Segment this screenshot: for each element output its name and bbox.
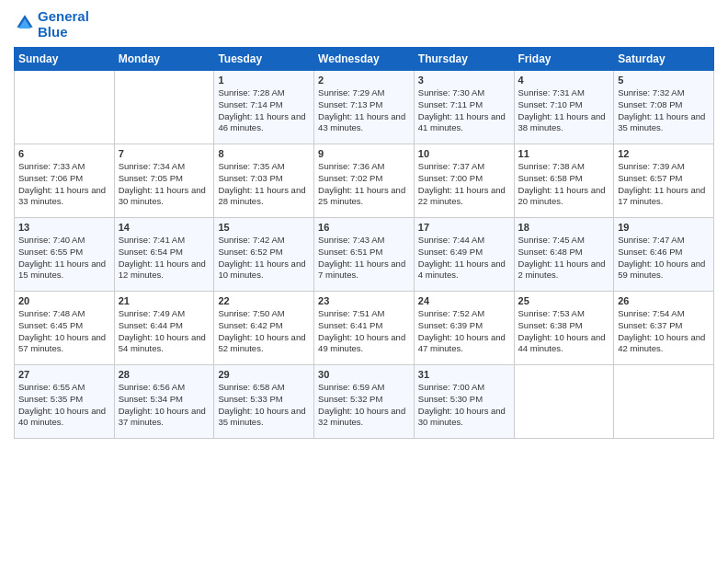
day-info: Sunrise: 7:40 AM Sunset: 6:55 PM Dayligh… (18, 235, 110, 282)
day-number: 19 (618, 222, 710, 233)
day-header-thursday: Thursday (414, 48, 514, 71)
day-number: 11 (518, 148, 610, 159)
calendar-cell: 14Sunrise: 7:41 AM Sunset: 6:54 PM Dayli… (114, 218, 214, 292)
week-row-4: 20Sunrise: 7:48 AM Sunset: 6:45 PM Dayli… (15, 292, 714, 365)
day-number: 26 (618, 295, 710, 306)
day-number: 25 (518, 295, 610, 306)
day-info: Sunrise: 7:32 AM Sunset: 7:08 PM Dayligh… (618, 87, 710, 134)
day-info: Sunrise: 7:53 AM Sunset: 6:38 PM Dayligh… (518, 308, 610, 355)
day-number: 8 (218, 148, 310, 159)
calendar-cell: 15Sunrise: 7:42 AM Sunset: 6:52 PM Dayli… (214, 218, 314, 292)
day-number: 14 (119, 222, 210, 233)
day-info: Sunrise: 7:34 AM Sunset: 7:05 PM Dayligh… (119, 161, 210, 208)
day-header-monday: Monday (114, 48, 214, 71)
calendar-cell: 24Sunrise: 7:52 AM Sunset: 6:39 PM Dayli… (414, 292, 514, 365)
calendar-cell: 27Sunrise: 6:55 AM Sunset: 5:35 PM Dayli… (15, 365, 115, 439)
day-number: 30 (318, 369, 410, 380)
calendar-cell: 20Sunrise: 7:48 AM Sunset: 6:45 PM Dayli… (15, 292, 115, 365)
day-number: 10 (418, 148, 510, 159)
day-number: 5 (618, 75, 710, 86)
calendar-cell: 30Sunrise: 6:59 AM Sunset: 5:32 PM Dayli… (314, 365, 415, 439)
calendar-cell: 17Sunrise: 7:44 AM Sunset: 6:49 PM Dayli… (414, 218, 514, 292)
day-info: Sunrise: 6:59 AM Sunset: 5:32 PM Dayligh… (318, 382, 410, 429)
day-info: Sunrise: 7:30 AM Sunset: 7:11 PM Dayligh… (418, 87, 510, 134)
calendar-cell: 9Sunrise: 7:36 AM Sunset: 7:02 PM Daylig… (314, 144, 415, 218)
calendar-cell (114, 71, 214, 144)
day-number: 17 (418, 222, 510, 233)
calendar-cell (614, 365, 714, 439)
day-info: Sunrise: 7:52 AM Sunset: 6:39 PM Dayligh… (418, 308, 510, 355)
logo-text: General (38, 9, 89, 25)
day-number: 22 (218, 295, 310, 306)
day-number: 18 (518, 222, 610, 233)
day-number: 12 (618, 148, 710, 159)
day-info: Sunrise: 7:49 AM Sunset: 6:44 PM Dayligh… (119, 308, 210, 355)
calendar-cell: 22Sunrise: 7:50 AM Sunset: 6:42 PM Dayli… (214, 292, 314, 365)
day-info: Sunrise: 7:38 AM Sunset: 6:58 PM Dayligh… (518, 161, 610, 208)
day-info: Sunrise: 7:45 AM Sunset: 6:48 PM Dayligh… (518, 235, 610, 282)
day-number: 23 (318, 295, 410, 306)
day-number: 29 (218, 369, 310, 380)
calendar-cell: 13Sunrise: 7:40 AM Sunset: 6:55 PM Dayli… (15, 218, 115, 292)
day-info: Sunrise: 7:33 AM Sunset: 7:06 PM Dayligh… (18, 161, 110, 208)
day-number: 1 (218, 75, 310, 86)
day-info: Sunrise: 7:51 AM Sunset: 6:41 PM Dayligh… (318, 308, 410, 355)
day-number: 2 (318, 75, 410, 86)
day-info: Sunrise: 7:37 AM Sunset: 7:00 PM Dayligh… (418, 161, 510, 208)
calendar-cell: 21Sunrise: 7:49 AM Sunset: 6:44 PM Dayli… (114, 292, 214, 365)
calendar-cell: 26Sunrise: 7:54 AM Sunset: 6:37 PM Dayli… (614, 292, 714, 365)
day-number: 27 (18, 369, 110, 380)
day-info: Sunrise: 7:28 AM Sunset: 7:14 PM Dayligh… (218, 87, 310, 134)
logo-icon (16, 14, 34, 32)
calendar-cell: 4Sunrise: 7:31 AM Sunset: 7:10 PM Daylig… (514, 71, 614, 144)
day-number: 6 (18, 148, 110, 159)
day-header-tuesday: Tuesday (214, 48, 314, 71)
calendar-cell (514, 365, 614, 439)
page-header: General Blue (14, 9, 714, 40)
week-row-1: 1Sunrise: 7:28 AM Sunset: 7:14 PM Daylig… (15, 71, 714, 144)
day-info: Sunrise: 6:55 AM Sunset: 5:35 PM Dayligh… (18, 382, 110, 429)
calendar-cell: 5Sunrise: 7:32 AM Sunset: 7:08 PM Daylig… (614, 71, 714, 144)
day-number: 3 (418, 75, 510, 86)
day-info: Sunrise: 7:44 AM Sunset: 6:49 PM Dayligh… (418, 235, 510, 282)
day-info: Sunrise: 7:43 AM Sunset: 6:51 PM Dayligh… (318, 235, 410, 282)
logo: General Blue (14, 9, 89, 40)
page-container: General Blue SundayMondayTuesdayWednesda… (0, 0, 728, 453)
calendar-cell: 29Sunrise: 6:58 AM Sunset: 5:33 PM Dayli… (214, 365, 314, 439)
calendar-cell: 16Sunrise: 7:43 AM Sunset: 6:51 PM Dayli… (314, 218, 415, 292)
day-header-wednesday: Wednesday (314, 48, 415, 71)
day-info: Sunrise: 7:31 AM Sunset: 7:10 PM Dayligh… (518, 87, 610, 134)
day-header-saturday: Saturday (614, 48, 714, 71)
calendar-cell: 31Sunrise: 7:00 AM Sunset: 5:30 PM Dayli… (414, 365, 514, 439)
day-info: Sunrise: 7:35 AM Sunset: 7:03 PM Dayligh… (218, 161, 310, 208)
day-info: Sunrise: 7:50 AM Sunset: 6:42 PM Dayligh… (218, 308, 310, 355)
calendar-cell: 25Sunrise: 7:53 AM Sunset: 6:38 PM Dayli… (514, 292, 614, 365)
week-row-3: 13Sunrise: 7:40 AM Sunset: 6:55 PM Dayli… (15, 218, 714, 292)
day-info: Sunrise: 7:41 AM Sunset: 6:54 PM Dayligh… (119, 235, 210, 282)
calendar-cell: 10Sunrise: 7:37 AM Sunset: 7:00 PM Dayli… (414, 144, 514, 218)
day-number: 21 (119, 295, 210, 306)
week-row-5: 27Sunrise: 6:55 AM Sunset: 5:35 PM Dayli… (15, 365, 714, 439)
day-info: Sunrise: 7:42 AM Sunset: 6:52 PM Dayligh… (218, 235, 310, 282)
day-number: 28 (119, 369, 210, 380)
day-info: Sunrise: 6:56 AM Sunset: 5:34 PM Dayligh… (119, 382, 210, 429)
day-info: Sunrise: 7:47 AM Sunset: 6:46 PM Dayligh… (618, 235, 710, 282)
week-row-2: 6Sunrise: 7:33 AM Sunset: 7:06 PM Daylig… (15, 144, 714, 218)
calendar-cell: 12Sunrise: 7:39 AM Sunset: 6:57 PM Dayli… (614, 144, 714, 218)
calendar-cell: 1Sunrise: 7:28 AM Sunset: 7:14 PM Daylig… (214, 71, 314, 144)
calendar-cell: 8Sunrise: 7:35 AM Sunset: 7:03 PM Daylig… (214, 144, 314, 218)
day-number: 20 (18, 295, 110, 306)
day-number: 24 (418, 295, 510, 306)
calendar-cell: 28Sunrise: 6:56 AM Sunset: 5:34 PM Dayli… (114, 365, 214, 439)
calendar-header-row: SundayMondayTuesdayWednesdayThursdayFrid… (15, 48, 714, 71)
day-number: 13 (18, 222, 110, 233)
calendar-cell: 23Sunrise: 7:51 AM Sunset: 6:41 PM Dayli… (314, 292, 415, 365)
day-info: Sunrise: 6:58 AM Sunset: 5:33 PM Dayligh… (218, 382, 310, 429)
day-number: 4 (518, 75, 610, 86)
day-info: Sunrise: 7:54 AM Sunset: 6:37 PM Dayligh… (618, 308, 710, 355)
day-info: Sunrise: 7:00 AM Sunset: 5:30 PM Dayligh… (418, 382, 510, 429)
day-info: Sunrise: 7:48 AM Sunset: 6:45 PM Dayligh… (18, 308, 110, 355)
calendar-cell (15, 71, 115, 144)
calendar-cell: 7Sunrise: 7:34 AM Sunset: 7:05 PM Daylig… (114, 144, 214, 218)
calendar-cell: 11Sunrise: 7:38 AM Sunset: 6:58 PM Dayli… (514, 144, 614, 218)
